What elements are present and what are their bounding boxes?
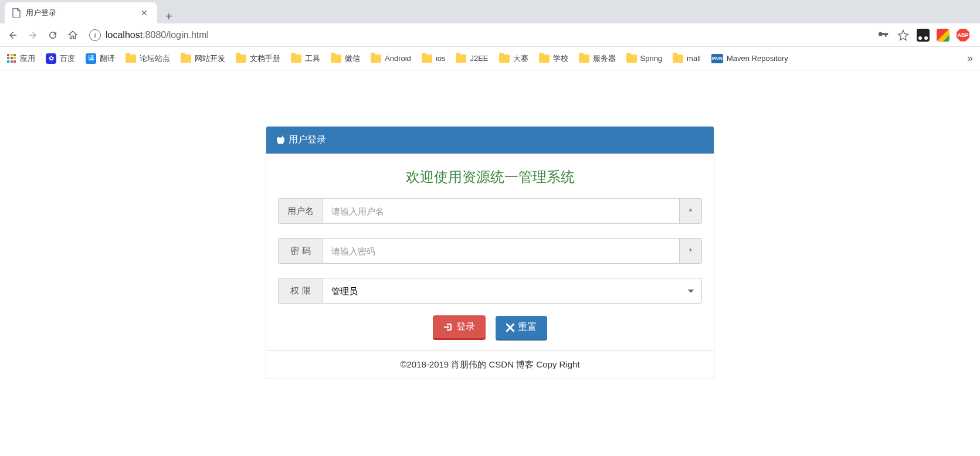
bookmark-tools[interactable]: 工具 [291, 53, 320, 64]
folder-icon [499, 55, 510, 63]
login-button[interactable]: 登录 [433, 315, 486, 338]
button-row: 登录 重置 [278, 315, 702, 339]
bookmark-ios[interactable]: ios [422, 54, 446, 63]
tab-close-icon[interactable]: ✕ [138, 8, 150, 18]
folder-icon [456, 55, 466, 63]
username-group: 用户名 * [278, 198, 702, 224]
forward-button[interactable] [25, 27, 41, 43]
required-mark: * [680, 198, 702, 224]
folder-icon [181, 55, 191, 63]
panel-body: 欢迎使用资源统一管理系统 用户名 * 密 码 * 权 限 管理员 [266, 154, 714, 350]
folder-icon [291, 55, 301, 63]
login-label: 登录 [456, 321, 475, 333]
username-input[interactable] [323, 198, 680, 224]
translate-icon: 译 [86, 53, 96, 64]
panel-footer: ©2018-2019 肖朋伟的 CSDN 博客 Copy Right [266, 350, 714, 379]
url-text: localhost:8080/login.html [106, 30, 209, 40]
password-label: 密 码 [278, 238, 323, 264]
tab-strip: 用户登录 ✕ + [0, 0, 980, 23]
bookmark-baidu[interactable]: ✿百度 [46, 53, 75, 64]
folder-icon [539, 55, 550, 63]
folder-icon [579, 55, 589, 63]
bookmark-contest[interactable]: 大赛 [499, 53, 528, 64]
bookmark-forum[interactable]: 论坛站点 [126, 53, 170, 64]
toolbar-right: ABP [877, 29, 975, 42]
role-group: 权 限 管理员 [278, 278, 702, 304]
bookmark-webdev[interactable]: 网站开发 [181, 53, 225, 64]
required-mark: * [680, 238, 702, 264]
folder-icon [236, 55, 246, 63]
star-icon[interactable] [897, 29, 910, 42]
role-label: 权 限 [278, 278, 323, 304]
tab-title: 用户登录 [26, 8, 134, 18]
folder-icon [126, 55, 136, 63]
folder-icon [673, 55, 683, 63]
adblock-icon[interactable]: ABP [957, 29, 969, 42]
folder-icon [371, 55, 381, 63]
reload-button[interactable] [45, 27, 61, 43]
reset-label: 重置 [518, 321, 537, 334]
bookmark-mall[interactable]: mall [673, 54, 701, 63]
bookmark-server[interactable]: 服务器 [579, 53, 616, 64]
bookmark-maven[interactable]: MVNMaven Repository [711, 54, 788, 63]
back-button[interactable] [5, 27, 21, 43]
password-input[interactable] [323, 238, 680, 264]
page-icon [12, 8, 21, 18]
extension-icon-2[interactable] [937, 29, 950, 42]
reset-button[interactable]: 重置 [496, 316, 547, 339]
bookmarks-overflow-icon[interactable]: » [967, 52, 973, 64]
key-icon[interactable] [877, 29, 890, 42]
username-label: 用户名 [278, 198, 323, 224]
login-icon [443, 322, 453, 332]
apps-shortcut[interactable]: 应用 [7, 53, 35, 64]
bookmark-docs[interactable]: 文档手册 [236, 53, 280, 64]
bookmarks-bar: 应用 ✿百度 译翻译 论坛站点 网站开发 文档手册 工具 微信 Android … [0, 47, 980, 70]
extension-icon-1[interactable] [917, 29, 930, 42]
maven-icon: MVN [711, 54, 723, 63]
close-icon [506, 324, 514, 332]
welcome-heading: 欢迎使用资源统一管理系统 [278, 168, 702, 186]
new-tab-button[interactable]: + [157, 10, 181, 23]
browser-tab[interactable]: 用户登录 ✕ [5, 2, 157, 23]
apps-icon [7, 54, 16, 63]
bookmark-wechat[interactable]: 微信 [331, 53, 360, 64]
page-content: 用户登录 欢迎使用资源统一管理系统 用户名 * 密 码 * 权 限 管理员 [0, 70, 980, 379]
panel-title: 用户登录 [289, 134, 326, 146]
password-group: 密 码 * [278, 238, 702, 264]
apple-icon [277, 135, 286, 145]
panel-header: 用户登录 [266, 127, 714, 154]
bookmark-translate[interactable]: 译翻译 [86, 53, 115, 64]
baidu-icon: ✿ [46, 53, 56, 64]
address-bar[interactable]: i localhost:8080/login.html [84, 29, 873, 41]
bookmark-android[interactable]: Android [371, 54, 411, 63]
site-info-icon[interactable]: i [89, 29, 101, 41]
folder-icon [422, 55, 432, 63]
bookmark-spring[interactable]: Spring [626, 54, 663, 63]
browser-toolbar: i localhost:8080/login.html ABP [0, 23, 980, 47]
home-button[interactable] [65, 27, 81, 43]
apps-label: 应用 [20, 53, 35, 64]
login-panel: 用户登录 欢迎使用资源统一管理系统 用户名 * 密 码 * 权 限 管理员 [266, 126, 714, 379]
folder-icon [331, 55, 341, 63]
bookmark-school[interactable]: 学校 [539, 53, 568, 64]
bookmark-j2ee[interactable]: J2EE [456, 54, 488, 63]
role-select[interactable]: 管理员 [323, 278, 702, 304]
folder-icon [626, 55, 637, 63]
